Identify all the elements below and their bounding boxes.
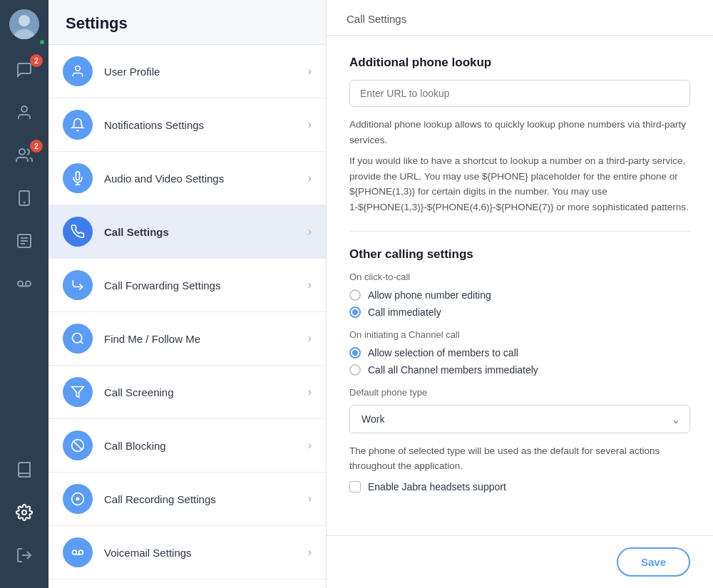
lookup-desc-2: If you would like to have a shortcut to …: [349, 153, 690, 215]
sidebar-item-language[interactable]: Language and Appearance ›: [48, 579, 326, 588]
user-icon: [63, 56, 93, 86]
radio-call-immediately: [349, 306, 361, 318]
chevron-icon: ›: [308, 439, 312, 452]
chevron-icon: ›: [308, 225, 312, 238]
team-badge: 2: [30, 140, 43, 153]
jabra-checkbox[interactable]: [349, 481, 361, 492]
rec-icon: [63, 484, 93, 514]
svg-point-11: [18, 282, 23, 287]
phone-type-dropdown-wrap: Work Home Mobile ⌄: [349, 405, 690, 433]
sidebar-item-call-recording[interactable]: Call Recording Settings ›: [48, 473, 326, 526]
voicemail-icon: [63, 537, 93, 567]
sidebar-item-label: Call Blocking: [104, 440, 308, 452]
contacts-nav-item[interactable]: [0, 91, 48, 134]
allow-phone-editing-option[interactable]: Allow phone number editing: [349, 289, 690, 301]
jabra-checkbox-row[interactable]: Enable Jabra headsets support: [349, 481, 690, 492]
svg-point-25: [76, 497, 80, 501]
sidebar-item-call-screening[interactable]: Call Screening ›: [48, 366, 326, 419]
call-all-members-option[interactable]: Call all Channel members immediately: [349, 364, 690, 376]
svg-line-23: [73, 441, 82, 450]
click-to-call-options: Allow phone number editing Call immediat…: [349, 289, 690, 318]
svg-line-20: [81, 341, 83, 344]
allow-selection-label: Allow selection of members to call: [368, 347, 518, 359]
jabra-label: Enable Jabra headsets support: [368, 481, 506, 492]
radio-call-all: [349, 364, 361, 376]
click-to-call-label: On click-to-call: [349, 272, 690, 282]
book-nav-item[interactable]: [0, 448, 48, 491]
content-header: Call Settings: [327, 0, 713, 36]
phone-settings-icon: [63, 217, 93, 247]
mic-icon: [63, 163, 93, 193]
svg-marker-21: [72, 387, 84, 398]
sidebar-item-find-me[interactable]: Find Me / Follow Me ›: [48, 312, 326, 366]
breadcrumb: Call Settings: [347, 13, 406, 25]
settings-title: Settings: [48, 0, 326, 45]
notes-nav-item[interactable]: [0, 220, 48, 262]
phone-nav-item[interactable]: [0, 177, 48, 220]
content-footer: Save: [327, 535, 713, 588]
settings-nav-item[interactable]: [0, 491, 48, 534]
lookup-desc-1: Additional phone lookup allows to quickl…: [349, 117, 690, 148]
save-button[interactable]: Save: [617, 547, 690, 577]
call-immediately-option[interactable]: Call immediately: [349, 306, 690, 318]
chevron-icon: ›: [308, 386, 312, 398]
svg-point-26: [73, 550, 77, 555]
svg-point-12: [26, 282, 31, 287]
team-nav-item[interactable]: 2: [0, 134, 48, 177]
sidebar-item-audio-video[interactable]: Audio and Video Settings ›: [48, 152, 326, 205]
allow-selection-option[interactable]: Allow selection of members to call: [349, 347, 690, 359]
sidebar-item-label: Voicemail Settings: [104, 547, 308, 559]
content-body: Additional phone lookup Additional phone…: [327, 36, 713, 535]
sidebar-item-label: User Profile: [104, 66, 308, 78]
svg-point-1: [19, 15, 30, 26]
online-indicator: [39, 38, 46, 46]
main-content: Call Settings Additional phone lookup Ad…: [327, 0, 713, 588]
sidebar-item-call-settings[interactable]: Call Settings ›: [48, 205, 326, 259]
radio-allow-editing: [349, 289, 361, 301]
forward-icon: [63, 270, 93, 300]
chevron-icon: ›: [308, 172, 312, 185]
channel-call-options: Allow selection of members to call Call …: [349, 347, 690, 376]
svg-point-16: [76, 66, 81, 71]
sidebar-item-voicemail[interactable]: Voicemail Settings ›: [48, 526, 326, 579]
avatar[interactable]: [0, 0, 48, 48]
chevron-icon: ›: [308, 492, 312, 505]
svg-point-4: [19, 149, 25, 155]
sidebar-item-label: Call Recording Settings: [104, 493, 308, 505]
block-icon: [63, 430, 93, 460]
sidebar-item-label: Call Settings: [104, 226, 308, 238]
messages-nav-item[interactable]: 2: [0, 48, 48, 91]
sidebar-item-label: Notifications Settings: [104, 119, 308, 131]
sidebar-item-label: Call Screening: [104, 386, 308, 398]
call-all-label: Call all Channel members immediately: [368, 364, 538, 376]
sidebar-item-label: Call Forwarding Settings: [104, 279, 308, 292]
settings-sidebar: Settings User Profile › Notifications Se…: [48, 0, 327, 588]
sidebar-item-call-blocking[interactable]: Call Blocking ›: [48, 419, 326, 473]
sidebar-item-notifications[interactable]: Notifications Settings ›: [48, 98, 326, 152]
funnel-icon: [63, 377, 93, 407]
sidebar-item-call-forwarding[interactable]: Call Forwarding Settings ›: [48, 259, 326, 312]
svg-point-27: [79, 550, 83, 555]
phone-type-select[interactable]: Work Home Mobile: [349, 405, 690, 433]
search-icon: [63, 324, 93, 354]
phone-type-desc: The phone of selected type will be used …: [349, 443, 690, 474]
call-immediately-label: Call immediately: [368, 306, 441, 318]
icon-bar: 2 2: [0, 0, 48, 588]
logout-nav-item[interactable]: [0, 534, 48, 577]
svg-point-3: [21, 106, 27, 112]
chevron-icon: ›: [308, 332, 312, 345]
svg-point-19: [73, 334, 82, 343]
sidebar-item-label: Find Me / Follow Me: [104, 333, 308, 345]
chevron-icon: ›: [308, 118, 312, 131]
channel-call-label: On initiating a Channel call: [349, 329, 690, 340]
default-phone-type-label: Default phone type: [349, 387, 690, 398]
additional-lookup-title: Additional phone lookup: [349, 56, 690, 70]
chevron-icon: ›: [308, 65, 312, 78]
sidebar-item-user-profile[interactable]: User Profile ›: [48, 45, 326, 98]
voicemail-nav-item[interactable]: [0, 262, 48, 305]
other-calling-title: Other calling settings: [349, 247, 690, 262]
allow-editing-label: Allow phone number editing: [368, 289, 491, 301]
chevron-icon: ›: [308, 546, 312, 559]
url-lookup-input[interactable]: [349, 80, 690, 107]
radio-allow-selection: [349, 347, 361, 359]
